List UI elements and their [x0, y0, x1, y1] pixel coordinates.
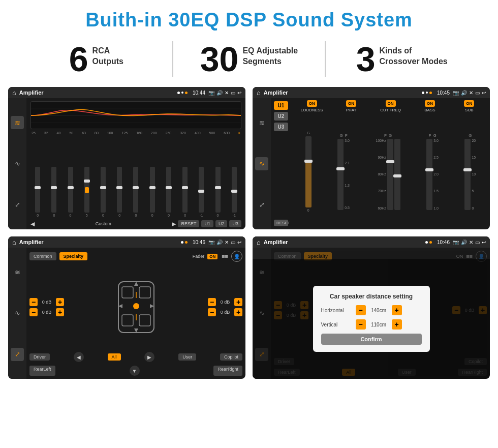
- eq-thumb-3[interactable]: [68, 186, 74, 189]
- xover-phat-on[interactable]: ON: [346, 100, 356, 107]
- fader-gain3-minus[interactable]: −: [208, 298, 216, 306]
- fader-car-diagram: [68, 277, 204, 338]
- dist-home-icon[interactable]: ⌂: [257, 238, 261, 246]
- eq-slider-1: 0: [35, 167, 40, 217]
- eq-thumb-6[interactable]: [116, 186, 122, 189]
- svg-rect-6: [122, 315, 133, 326]
- dist-window-icon: ▭: [475, 240, 480, 245]
- xover-dot-orange: [429, 92, 432, 94]
- eq-current-label: Custom: [37, 221, 170, 226]
- dot-2: [181, 92, 183, 94]
- xover-icon-active[interactable]: ∿: [255, 157, 268, 170]
- eq-icon-active[interactable]: ≋: [11, 116, 24, 129]
- fader-home-icon[interactable]: ⌂: [12, 238, 16, 246]
- eq-expand[interactable]: »: [238, 131, 240, 135]
- fader-gain2-plus[interactable]: +: [56, 308, 64, 316]
- horizontal-plus-btn[interactable]: +: [392, 305, 402, 315]
- vertical-plus-btn[interactable]: +: [392, 319, 402, 330]
- xover-volume-icon: 🔊: [461, 90, 467, 96]
- fader-icon-eq[interactable]: ≋: [11, 265, 24, 279]
- eq-thumb-9[interactable]: [166, 186, 172, 189]
- fader-gain2-minus[interactable]: −: [29, 308, 38, 316]
- fader-bottom-buttons: Driver ◀ All ▶ User Copilot: [29, 352, 242, 362]
- eq-thumb-2[interactable]: [51, 186, 57, 189]
- eq-thumb-13[interactable]: [231, 190, 237, 193]
- eq-thumb-11[interactable]: [198, 190, 204, 193]
- eq-thumb-10[interactable]: [182, 186, 188, 189]
- fader-person-icon[interactable]: 👤: [231, 251, 242, 262]
- eq-thumb-5[interactable]: [100, 186, 106, 189]
- xover-sub-on[interactable]: ON: [464, 100, 474, 107]
- stat-crossover: 3 Kinds of Crossover Modes: [336, 42, 468, 76]
- eq-thumb-8[interactable]: [149, 186, 155, 189]
- fader-icon-wave[interactable]: ∿: [11, 307, 24, 320]
- fader-on-badge[interactable]: ON: [207, 254, 217, 259]
- eq-icon-balance[interactable]: ⤢: [11, 198, 24, 212]
- eq-icon-wave[interactable]: ∿: [11, 157, 24, 170]
- fader-down-arrow[interactable]: ▼: [130, 366, 140, 376]
- xover-loudness-on[interactable]: ON: [307, 100, 317, 107]
- fader-user-btn[interactable]: User: [178, 353, 196, 361]
- xover-u3-btn[interactable]: U3: [274, 123, 288, 131]
- back-icon[interactable]: ↩: [237, 90, 241, 96]
- eq-thumb-1[interactable]: [35, 186, 41, 189]
- fader-specialty-tab[interactable]: Specialty: [59, 252, 88, 260]
- fader-gain1-plus[interactable]: +: [56, 298, 64, 306]
- fader-common-tab[interactable]: Common: [29, 252, 56, 260]
- eq-prev-arrow[interactable]: ◀: [30, 221, 35, 227]
- confirm-button[interactable]: Confirm: [321, 334, 422, 345]
- eq-thumb-4[interactable]: [84, 180, 90, 183]
- eq-slider-13: -1: [232, 167, 237, 217]
- stat-eq: 30 EQ Adjustable Segments: [183, 42, 315, 76]
- eq-slider-12: 0: [215, 167, 221, 217]
- eq-reset-btn[interactable]: RESET: [178, 220, 199, 227]
- eq-thumb-7[interactable]: [133, 186, 139, 189]
- xover-icon-eq[interactable]: ≋: [255, 116, 268, 129]
- fader-gain4-minus[interactable]: −: [208, 308, 216, 316]
- fader-rearleft-btn[interactable]: RearLeft: [29, 366, 55, 376]
- eq-next-arrow[interactable]: ▶: [172, 221, 176, 227]
- fader-time: 10:46: [193, 240, 205, 245]
- vertical-row: Vertical − 110cm +: [321, 319, 422, 330]
- xover-bass-label: BASS: [424, 108, 435, 112]
- svg-point-8: [133, 303, 139, 309]
- xover-reset-btn[interactable]: RESET: [274, 220, 288, 226]
- fader-icon-active[interactable]: ⤢: [11, 348, 24, 361]
- eq-slider-8: 0: [150, 167, 155, 217]
- eq-thumb-12[interactable]: [215, 186, 221, 189]
- eq-u2-btn[interactable]: U2: [215, 220, 228, 227]
- fader-gain3-plus[interactable]: +: [234, 298, 242, 306]
- xover-bass-on[interactable]: ON: [425, 100, 435, 107]
- eq-u3-btn[interactable]: U3: [229, 220, 241, 227]
- dist-app-name: Amplifier: [264, 239, 422, 245]
- fader-back-icon[interactable]: ↩: [237, 240, 241, 245]
- fader-close-icon: ✕: [225, 240, 229, 245]
- fader-copilot-btn[interactable]: Copilot: [220, 353, 242, 361]
- fader-dot-orange: [185, 241, 188, 244]
- fader-gain4-plus[interactable]: +: [234, 308, 242, 316]
- fader-camera-icon: 📷: [208, 240, 214, 245]
- fader-left-gains: − 0 dB + − 0 dB +: [29, 298, 64, 316]
- home-icon[interactable]: ⌂: [12, 89, 16, 97]
- dist-back-icon[interactable]: ↩: [482, 240, 486, 245]
- fader-all-btn[interactable]: All: [108, 353, 121, 361]
- eq-u1-btn[interactable]: U1: [201, 220, 213, 227]
- eq-status-dots: [177, 92, 188, 94]
- stat-divider-2: [325, 41, 326, 77]
- fader-gain1-minus[interactable]: −: [29, 298, 38, 306]
- fader-left-arrow[interactable]: ◀: [74, 352, 84, 362]
- xover-cutfreq-on[interactable]: ON: [386, 100, 396, 107]
- fader-rearright-btn[interactable]: RearRight: [213, 366, 242, 376]
- fader-gain-row-2: − 0 dB +: [29, 308, 64, 316]
- horizontal-minus-btn[interactable]: −: [356, 305, 366, 315]
- xover-u2-btn[interactable]: U2: [274, 112, 288, 121]
- xover-u1-btn[interactable]: U1: [274, 101, 288, 110]
- dialog-overlay: Car speaker distance setting Horizontal …: [253, 259, 490, 379]
- vertical-minus-btn[interactable]: −: [356, 319, 366, 330]
- xover-back-icon[interactable]: ↩: [482, 90, 486, 96]
- xover-icon-balance[interactable]: ⤢: [255, 198, 268, 212]
- fader-right-arrow[interactable]: ▶: [144, 352, 154, 362]
- xover-home-icon[interactable]: ⌂: [257, 89, 261, 97]
- fader-driver-btn[interactable]: Driver: [29, 353, 50, 361]
- fader-main: Common Specialty Fader ON ≡≡ 👤 − 0 dB +: [26, 248, 245, 379]
